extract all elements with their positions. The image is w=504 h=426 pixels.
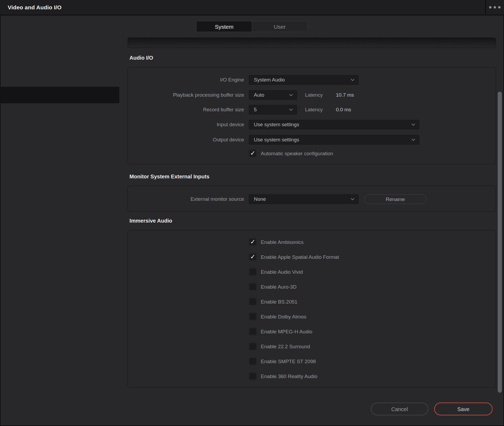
input-device-label: Input device xyxy=(128,120,244,129)
cancel-button[interactable]: Cancel xyxy=(371,403,428,415)
rename-button[interactable]: Rename xyxy=(364,194,426,204)
checkmark-icon: ✓ xyxy=(250,150,255,156)
input-device-dropdown[interactable]: Use system settings xyxy=(249,120,419,129)
io-engine-value: System Audio xyxy=(254,77,285,83)
record-buffer-row: Record buffer size 5 Latency 0.0 ms xyxy=(128,105,496,114)
sidebar-item[interactable] xyxy=(0,87,119,103)
immersive-option-row: ✓ Enable 360 Reality Audio xyxy=(128,372,496,380)
external-monitor-dropdown[interactable]: None xyxy=(249,194,359,204)
auto-speaker-label: Automatic speaker configuration xyxy=(261,150,333,157)
immersive-option-row: ✓ Enable Auro-3D xyxy=(128,283,496,291)
output-device-label: Output device xyxy=(128,135,244,145)
audio-io-section-title: Audio I/O xyxy=(129,55,153,61)
preferences-dialog: Video and Audio I/O System User Audio I/… xyxy=(0,0,504,426)
immersive-option-row: ✓ Enable Dolby Atmos xyxy=(128,313,496,321)
external-monitor-label: External monitor source xyxy=(128,194,244,204)
ellipsis-icon xyxy=(494,6,496,9)
auto-speaker-row: ✓ Automatic speaker configuration xyxy=(128,150,496,157)
sidebar-item[interactable] xyxy=(0,103,119,120)
immersive-option-row: ✓ Enable Ambisonics xyxy=(128,238,496,246)
sidebar-item[interactable] xyxy=(0,169,119,186)
immersive-option-checkbox[interactable]: ✓ xyxy=(249,268,257,276)
checkmark-icon: ✓ xyxy=(250,239,255,245)
scrollbar-thumb[interactable] xyxy=(497,91,502,393)
sidebar-item[interactable] xyxy=(0,54,119,70)
chevron-down-icon xyxy=(351,198,355,200)
record-buffer-dropdown[interactable]: 5 xyxy=(249,105,297,114)
chevron-down-icon xyxy=(411,138,415,141)
sidebar-item[interactable] xyxy=(0,153,119,169)
auto-speaker-checkbox[interactable]: ✓ xyxy=(249,150,257,157)
immersive-option-label: Enable SMPTE ST 2098 xyxy=(261,358,316,365)
record-latency-value: 0.0 ms xyxy=(336,105,351,114)
immersive-option-checkbox[interactable]: ✓ xyxy=(249,313,257,320)
immersive-option-checkbox[interactable]: ✓ xyxy=(249,253,257,261)
window-title: Video and Audio I/O xyxy=(8,0,62,15)
record-latency-label: Latency xyxy=(305,105,323,114)
chevron-down-icon xyxy=(411,123,415,126)
chevron-down-icon xyxy=(289,94,293,96)
preferences-scope-tabs: System User xyxy=(196,21,308,32)
sidebar-item[interactable] xyxy=(0,120,119,136)
sidebar-item[interactable] xyxy=(0,136,119,153)
ellipsis-icon xyxy=(498,6,501,9)
immersive-option-label: Enable Dolby Atmos xyxy=(261,313,306,321)
playback-latency-value: 10.7 ms xyxy=(336,90,354,100)
immersive-option-label: Enable Apple Spatial Audio Format xyxy=(261,253,339,261)
immersive-option-checkbox[interactable]: ✓ xyxy=(249,298,257,305)
immersive-option-checkbox[interactable]: ✓ xyxy=(249,343,257,350)
checkmark-icon: ✓ xyxy=(250,254,255,260)
io-engine-row: I/O Engine System Audio xyxy=(128,75,496,85)
sidebar-item[interactable] xyxy=(0,186,119,202)
immersive-option-label: Enable Auro-3D xyxy=(261,283,296,291)
immersive-option-label: Enable MPEG-H Audio xyxy=(261,328,312,335)
io-engine-dropdown[interactable]: System Audio xyxy=(249,75,359,85)
playback-buffer-row: Playback processing buffer size Auto Lat… xyxy=(128,90,496,100)
output-device-value: Use system settings xyxy=(254,137,299,143)
immersive-option-label: Enable Ambisonics xyxy=(261,238,304,246)
save-button[interactable]: Save xyxy=(434,403,493,415)
immersive-option-row: ✓ Enable MPEG-H Audio xyxy=(128,328,496,335)
input-device-value: Use system settings xyxy=(254,122,299,128)
tab-user[interactable]: User xyxy=(252,21,308,32)
playback-buffer-value: Auto xyxy=(254,92,264,98)
output-device-dropdown[interactable]: Use system settings xyxy=(249,135,419,145)
immersive-option-checkbox[interactable]: ✓ xyxy=(249,238,257,246)
immersive-option-checkbox[interactable]: ✓ xyxy=(249,283,257,290)
immersive-section-title: Immersive Audio xyxy=(129,218,172,224)
record-buffer-label: Record buffer size xyxy=(128,105,244,114)
immersive-option-label: Enable 360 Reality Audio xyxy=(261,372,317,380)
chevron-down-icon xyxy=(289,108,293,111)
tab-system[interactable]: System xyxy=(196,21,252,32)
input-device-row: Input device Use system settings xyxy=(128,120,496,129)
chevron-down-icon xyxy=(351,79,355,81)
immersive-option-checkbox[interactable]: ✓ xyxy=(249,372,257,380)
monitor-section-title: Monitor System External Inputs xyxy=(129,174,209,180)
sidebar xyxy=(0,37,119,202)
title-bar: Video and Audio I/O xyxy=(0,0,504,15)
clipped-section-box xyxy=(128,38,496,48)
io-engine-label: I/O Engine xyxy=(128,75,244,85)
external-monitor-row: External monitor source None xyxy=(128,194,496,204)
immersive-option-label: Enable Audio Vivid xyxy=(261,268,303,276)
options-menu-button[interactable] xyxy=(486,0,503,15)
output-device-row: Output device Use system settings xyxy=(128,135,496,145)
immersive-option-row: ✓ Enable BS.2051 xyxy=(128,298,496,306)
immersive-option-row: ✓ Enable SMPTE ST 2098 xyxy=(128,358,496,365)
immersive-option-label: Enable 22.2 Surround xyxy=(261,343,310,350)
playback-latency-label: Latency xyxy=(305,90,323,100)
record-buffer-value: 5 xyxy=(254,107,257,113)
immersive-option-row: ✓ Enable 22.2 Surround xyxy=(128,343,496,350)
external-monitor-value: None xyxy=(254,196,266,202)
immersive-option-checkbox[interactable]: ✓ xyxy=(249,328,257,335)
playback-buffer-dropdown[interactable]: Auto xyxy=(249,90,297,100)
immersive-option-checkbox[interactable]: ✓ xyxy=(249,358,257,365)
sidebar-item[interactable] xyxy=(0,37,119,54)
audio-io-panel: I/O Engine System Audio Playback process… xyxy=(128,67,496,164)
playback-buffer-label: Playback processing buffer size xyxy=(128,90,244,100)
immersive-option-row: ✓ Enable Audio Vivid xyxy=(128,268,496,276)
monitor-panel: External monitor source None Rename xyxy=(128,186,496,211)
sidebar-item[interactable] xyxy=(0,70,119,87)
immersive-panel: ✓ Enable Ambisonics ✓ Enable Apple Spati… xyxy=(128,230,496,388)
immersive-option-label: Enable BS.2051 xyxy=(261,298,297,306)
